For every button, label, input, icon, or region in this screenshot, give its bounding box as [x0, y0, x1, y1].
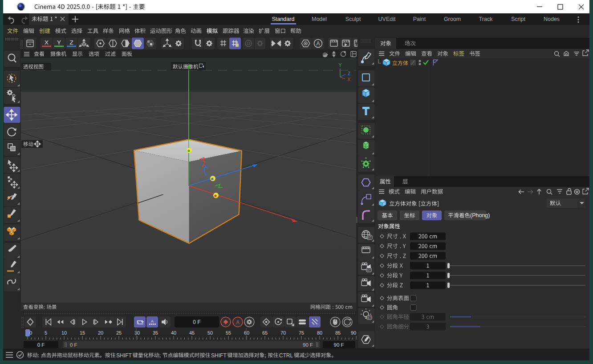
svg-text:75: 75 — [299, 330, 304, 336]
svg-text:20: 20 — [98, 330, 103, 336]
svg-text:ST: ST — [368, 236, 371, 239]
svg-text:90: 90 — [351, 330, 356, 336]
svg-text:A: A — [236, 320, 240, 325]
svg-text:55: 55 — [226, 330, 231, 336]
svg-text:0 F: 0 F — [70, 342, 77, 348]
svg-text:Z: Z — [69, 39, 73, 46]
svg-text:ST: ST — [367, 316, 371, 319]
svg-text:90 F: 90 F — [333, 342, 344, 348]
svg-text:30: 30 — [134, 330, 140, 336]
svg-text:25: 25 — [116, 330, 122, 336]
svg-text:A: A — [151, 319, 154, 324]
svg-text:40: 40 — [171, 330, 176, 336]
svg-text:50: 50 — [207, 330, 213, 336]
svg-text:SHIFT: SHIFT — [116, 352, 132, 359]
svg-text:0 F: 0 F — [193, 319, 200, 325]
svg-text:Z: Z — [348, 71, 351, 76]
svg-text:X: X — [45, 39, 49, 46]
svg-text:(Phong): (Phong) — [470, 212, 490, 218]
svg-text:Y: Y — [57, 39, 61, 46]
svg-text:10: 10 — [61, 330, 67, 336]
svg-text:ST: ST — [367, 268, 370, 271]
svg-text:0 F: 0 F — [37, 342, 45, 348]
svg-text:45: 45 — [189, 330, 195, 336]
svg-text:SHIFT: SHIFT — [211, 352, 227, 359]
svg-text:70: 70 — [280, 330, 286, 336]
svg-text:65: 65 — [262, 330, 268, 336]
svg-text:60: 60 — [244, 330, 249, 336]
svg-text:5: 5 — [45, 330, 47, 336]
svg-text:A: A — [316, 40, 320, 47]
svg-text:35: 35 — [153, 330, 158, 336]
svg-text:Y: Y — [339, 62, 342, 68]
svg-text:X: X — [347, 77, 350, 82]
svg-text:0: 0 — [29, 330, 32, 336]
svg-text:90 F: 90 F — [303, 342, 313, 348]
svg-text:80: 80 — [317, 330, 322, 336]
svg-text:CTRL: CTRL — [279, 352, 293, 359]
svg-text:85: 85 — [335, 330, 341, 336]
svg-text:15: 15 — [80, 330, 85, 336]
